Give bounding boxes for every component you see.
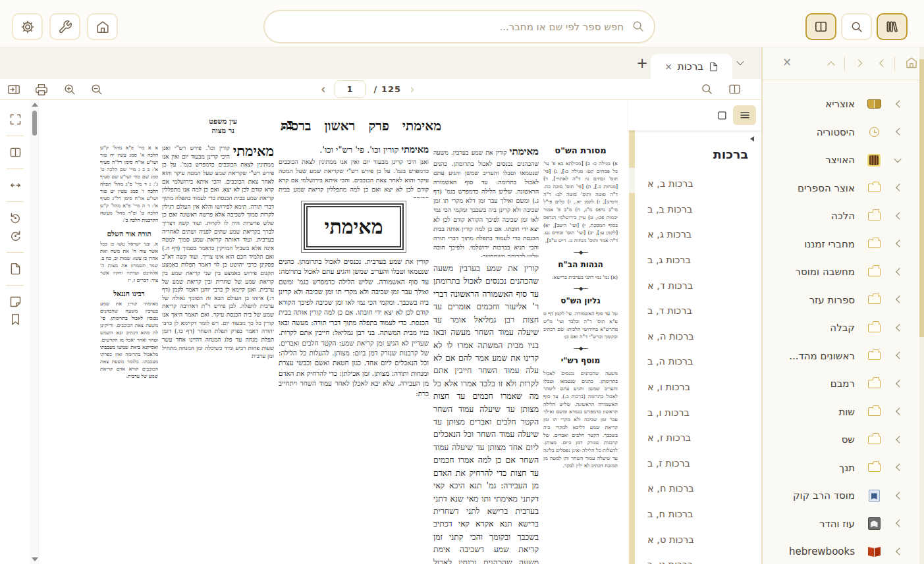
talmud-page-scan[interactable]: מאימתי פרק ראשון ברכות ב. עין משפטנר מצו…: [53, 107, 618, 564]
tools-button[interactable]: [49, 13, 80, 40]
daf-nav-item[interactable]: ברכות ה, ב: [636, 349, 761, 374]
daf-nav-item[interactable]: ברכות ב, א: [636, 171, 761, 197]
reading-mode-button[interactable]: [805, 13, 836, 40]
previous-page-icon[interactable]: ‹: [321, 83, 326, 95]
daf-nav-item[interactable]: ברכות ד, א: [636, 272, 761, 298]
sidebar-scrollbar[interactable]: [919, 47, 924, 564]
toggle-sidebar-icon[interactable]: [728, 82, 742, 96]
sidebar-item[interactable]: שות: [763, 398, 924, 426]
close-sidebar-icon[interactable]: ×: [782, 55, 792, 68]
daf-nav-item[interactable]: ברכות ח, ב: [636, 501, 761, 527]
expand-chevron-icon: [894, 185, 900, 191]
divider: [894, 57, 895, 71]
thumbnails-view-icon[interactable]: [712, 105, 732, 125]
sidebar-item[interactable]: אוצריא: [763, 90, 924, 118]
sidebar-item-label: מחשבה ומוסר: [796, 266, 855, 278]
page-number-input[interactable]: [335, 80, 366, 98]
sidebar-item[interactable]: עוז והדר: [763, 510, 924, 538]
sidebar-item[interactable]: קבלה: [763, 314, 924, 342]
divider: [844, 57, 845, 71]
zoom-in-icon[interactable]: [63, 82, 77, 97]
sidebar-item[interactable]: מוסד הרב קוק: [763, 482, 924, 510]
sidebar-item-icon: [868, 268, 881, 276]
daf-nav-item[interactable]: ברכות ט, א: [636, 526, 761, 552]
sidebar-item-icon: [869, 127, 879, 137]
ein-mishpat-header: עין משפטנר מצוה: [209, 117, 237, 136]
sidebar-item[interactable]: אוצר הספרים: [763, 174, 924, 203]
divider: [7, 136, 24, 136]
ein-mishpat-column: א א מיי' פ"א מהל' ק"ש הלכה א' סמג עשין י…: [100, 144, 158, 564]
sidebar-item[interactable]: ספרות עזר: [763, 286, 924, 315]
home-button[interactable]: [87, 13, 118, 40]
daf-nav-list: ברכות ב, א ברכות ב, ב ברכות ג, א ברכות ג…: [636, 171, 761, 564]
daf-nav-item[interactable]: ברכות ו, ב: [636, 399, 761, 425]
library-home-icon[interactable]: [905, 56, 918, 69]
collapse-all-icon[interactable]: [829, 61, 834, 66]
sidebar-item[interactable]: האויצר: [763, 146, 924, 174]
collapse-panel-icon[interactable]: [750, 136, 754, 141]
sidebar-item[interactable]: hebrewbooks: [763, 538, 924, 564]
back-icon[interactable]: [879, 61, 884, 66]
sidebar-item-icon: [868, 380, 881, 388]
bookmark-icon[interactable]: [9, 313, 22, 326]
next-page-icon[interactable]: ›: [410, 83, 415, 95]
sidebar-scrollbar-thumb[interactable]: [919, 59, 924, 337]
sidebar-item[interactable]: ראשונים מהד...: [763, 342, 924, 371]
nav-panel-scrollbar[interactable]: [629, 130, 635, 564]
fullscreen-icon[interactable]: [9, 113, 22, 126]
daf-page-marker: ב.: [282, 115, 294, 133]
tab-list-chevron-icon[interactable]: [738, 60, 744, 66]
move-to-panel-icon[interactable]: [7, 82, 21, 97]
zoom-out-icon[interactable]: [90, 82, 104, 97]
sidebar-item[interactable]: הלכה: [763, 202, 924, 230]
daf-nav-item[interactable]: ברכות ז, א: [636, 425, 761, 451]
print-icon[interactable]: [34, 82, 49, 97]
daf-nav-item[interactable]: ברכות ה, א: [636, 324, 761, 349]
single-page-icon[interactable]: [9, 262, 22, 276]
search-input[interactable]: [263, 10, 655, 43]
sidebar-item-icon: [868, 295, 881, 304]
scroll-down-icon[interactable]: [32, 557, 38, 561]
daf-nav-item[interactable]: ברכות ג, ב: [636, 247, 761, 273]
search-icon: [850, 20, 864, 34]
sidebar-item[interactable]: מחברי זמננו: [763, 230, 924, 259]
daf-nav-item[interactable]: ברכות ו, א: [636, 374, 761, 400]
add-tab-button[interactable]: +: [632, 53, 652, 73]
sidebar-item-icon: [868, 212, 881, 220]
sidebar-item[interactable]: תנך: [763, 454, 924, 482]
sidebar-item[interactable]: היסטוריה: [763, 118, 924, 147]
tab-close-icon[interactable]: ×: [665, 61, 672, 72]
two-page-view-icon[interactable]: [9, 145, 22, 159]
daf-nav-item[interactable]: ברכות ט, ב: [636, 552, 761, 564]
daf-nav-item[interactable]: ברכות ד, ב: [636, 298, 761, 324]
sidebar-item-icon: [867, 154, 881, 167]
daf-nav-item[interactable]: ברכות ז, ב: [636, 451, 761, 476]
maimati-ornamental-box: מאימתי: [304, 203, 404, 250]
forward-icon[interactable]: [857, 61, 863, 66]
library-button[interactable]: [877, 13, 908, 40]
sidebar-item[interactable]: רמבם: [763, 370, 924, 398]
outline-view-icon[interactable]: [733, 105, 756, 125]
search-panel-button[interactable]: [841, 13, 872, 40]
daf-nav-item[interactable]: ברכות ג, א: [636, 222, 761, 247]
daf-nav-item[interactable]: ברכות ח, א: [636, 476, 761, 501]
scroll-up-icon[interactable]: [32, 103, 38, 107]
search-in-book-icon[interactable]: [700, 82, 714, 96]
notes-icon[interactable]: [9, 295, 22, 309]
sidebar-item-label: קבלה: [830, 322, 855, 334]
sidebar-item[interactable]: שס: [763, 426, 924, 454]
document-area: מאימתי פרק ראשון ברכות ב. עין משפטנר מצו…: [39, 100, 628, 564]
fit-width-icon[interactable]: [9, 178, 22, 192]
rotate-right-icon[interactable]: [9, 229, 22, 243]
sidebar-item-label: מוסד הרב קוק: [793, 490, 855, 501]
nav-scrollbar-thumb[interactable]: [629, 168, 635, 193]
expand-chevron-icon: [894, 381, 900, 387]
expand-chevron-icon: [894, 465, 900, 471]
sidebar-item[interactable]: מחשבה ומוסר: [763, 258, 924, 286]
tab-berakhot[interactable]: ברכות ×: [651, 54, 732, 79]
daf-nav-item[interactable]: ברכות ב, ב: [636, 197, 761, 222]
rotate-left-icon[interactable]: [9, 211, 22, 225]
document-scrollbar[interactable]: [30, 100, 39, 564]
scrollbar-thumb[interactable]: [32, 111, 37, 136]
settings-button[interactable]: [12, 13, 43, 40]
